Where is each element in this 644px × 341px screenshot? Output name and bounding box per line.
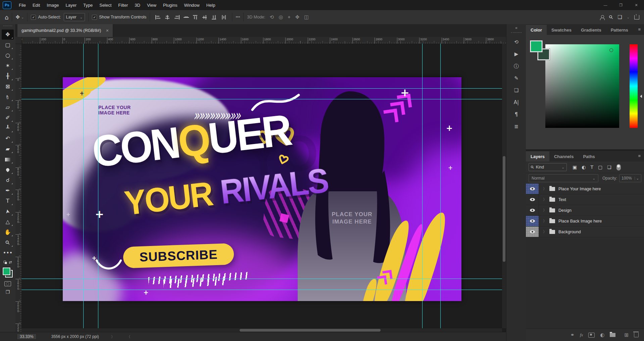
align-middle-icon[interactable]	[202, 15, 208, 19]
minimize-icon[interactable]: —	[598, 0, 613, 10]
menu-file[interactable]: File	[15, 3, 29, 8]
lasso-tool[interactable]: ○	[2, 50, 14, 60]
filter-shape-icon[interactable]: ▢	[598, 164, 602, 170]
tab-layers[interactable]: Layers	[526, 151, 549, 161]
expand-group-icon[interactable]: 〉	[543, 186, 547, 191]
layer-comps-icon[interactable]: ❏	[510, 85, 523, 95]
align-bottom-icon[interactable]	[212, 15, 217, 19]
layer-name[interactable]: Place Your Image here	[558, 187, 601, 191]
distribute-icon[interactable]	[221, 15, 227, 19]
collapse-panels-icon[interactable]: «	[506, 24, 526, 30]
pen-tool[interactable]: ✒	[2, 186, 14, 196]
expand-group-icon[interactable]: 〉	[543, 229, 547, 234]
workspace-icon[interactable]: ❏	[617, 14, 622, 20]
align-left-icon[interactable]	[155, 15, 161, 19]
move-tool-preset-icon[interactable]: ✥	[15, 14, 20, 20]
align-right-icon[interactable]	[174, 15, 180, 19]
frame-tool[interactable]: ⊠	[2, 82, 14, 92]
opacity-field[interactable]: 100% ⌄	[619, 174, 641, 182]
delete-layer-icon[interactable]	[634, 333, 639, 337]
crop-tool[interactable]: ╂	[2, 71, 14, 81]
align-center-h-icon[interactable]	[165, 15, 170, 19]
orbit-3d-icon[interactable]: ⟲	[270, 14, 274, 20]
layer-row[interactable]: 〉Design	[526, 205, 644, 216]
layer-row[interactable]: 〉Place Back Image here	[526, 216, 644, 227]
visibility-cell[interactable]	[526, 184, 539, 194]
status-chevron-icon[interactable]: 〉	[111, 334, 115, 339]
type-tool[interactable]: T	[2, 196, 14, 206]
brush-tool[interactable]: ✐	[2, 113, 14, 123]
layer-name[interactable]: Place Back Image here	[558, 219, 602, 224]
tab-color[interactable]: Color	[526, 25, 547, 35]
foreground-color-swatch[interactable]	[3, 267, 10, 275]
expand-group-icon[interactable]: 〉	[543, 218, 547, 224]
panel-menu-icon[interactable]: ≡	[638, 153, 641, 158]
guide-vertical[interactable]	[83, 44, 84, 328]
eyedropper-tool[interactable]: ✑	[2, 92, 14, 102]
chevron-down-icon[interactable]: ⌄	[21, 15, 24, 19]
layer-name[interactable]: Background	[558, 230, 581, 234]
move-tool[interactable]: ✥	[2, 30, 14, 40]
tab-channels[interactable]: Channels	[549, 151, 579, 161]
eye-icon[interactable]	[530, 209, 535, 212]
expand-group-icon[interactable]: 〉	[543, 197, 547, 202]
search-icon[interactable]: ⚲	[607, 14, 614, 21]
hand-tool[interactable]: ✋	[2, 227, 14, 237]
new-layer-icon[interactable]: ⊞	[624, 332, 629, 338]
guide-horizontal[interactable]	[21, 99, 502, 99]
path-select-tool[interactable]: ➤	[2, 206, 14, 216]
home-icon[interactable]: ⌂	[5, 14, 8, 21]
guide-horizontal[interactable]	[21, 279, 502, 279]
chevron-down-icon[interactable]: ⌄	[627, 15, 630, 19]
more-options-icon[interactable]: •••	[236, 15, 240, 19]
tab-swatches[interactable]: Swatches	[547, 25, 576, 35]
layer-row[interactable]: 〉Place Your Image here	[526, 184, 644, 194]
menu-plugins[interactable]: Plugins	[160, 3, 181, 8]
default-colors-icon[interactable]	[4, 261, 7, 264]
layer-row[interactable]: 〉Background	[526, 227, 644, 237]
slide-3d-icon[interactable]: ✥	[295, 14, 300, 20]
show-transform-checkbox[interactable]: ✓	[92, 15, 97, 20]
share-icon[interactable]	[634, 15, 639, 19]
quick-mask-icon[interactable]	[4, 281, 11, 286]
kind-filter-dropdown[interactable]: ⚲ Kind ⌄	[529, 163, 567, 171]
dock-grip[interactable]	[511, 32, 522, 35]
layer-row[interactable]: 〉Text	[526, 194, 644, 205]
align-strip-icon[interactable]	[184, 15, 189, 19]
filter-smart-object-icon[interactable]: ❏	[607, 164, 611, 170]
menu-select[interactable]: Select	[96, 3, 115, 8]
layer-name[interactable]: Design	[558, 208, 572, 213]
guide-vertical[interactable]	[440, 44, 441, 328]
close-tab-icon[interactable]: ✕	[106, 29, 109, 33]
gradient-tool[interactable]	[2, 154, 14, 164]
screen-mode-icon[interactable]: ❐	[0, 289, 15, 295]
menu-image[interactable]: Image	[43, 3, 62, 8]
camera-3d-icon[interactable]: ◫	[304, 14, 309, 20]
document-tab[interactable]: gamingthumbnail2.psd @ 33.3% (RGB/8#) ✕	[17, 24, 113, 37]
visibility-cell[interactable]	[526, 227, 539, 237]
eye-icon[interactable]	[530, 198, 535, 201]
properties-icon[interactable]: ≣	[510, 121, 523, 132]
magic-wand-tool[interactable]: ✶	[2, 61, 14, 71]
drag-3d-icon[interactable]: ⌖	[288, 14, 290, 20]
status-chevron-icon[interactable]: 〈	[127, 334, 131, 339]
expand-group-icon[interactable]: 〉	[543, 208, 547, 213]
menu-view[interactable]: View	[144, 3, 160, 8]
link-icon[interactable]: ⚭	[570, 332, 575, 338]
menu-filter[interactable]: Filter	[115, 3, 131, 8]
menu-edit[interactable]: Edit	[29, 3, 43, 8]
visibility-cell[interactable]	[526, 194, 539, 205]
guide-vertical[interactable]	[422, 44, 423, 328]
swap-colors-icon[interactable]: ⇄	[9, 260, 12, 264]
hue-slider[interactable]	[630, 44, 638, 128]
menu-layer[interactable]: Layer	[62, 3, 80, 8]
annotate-icon[interactable]: ✎	[510, 73, 523, 83]
fx-icon[interactable]: fx	[580, 332, 583, 338]
eraser-tool[interactable]: ▰	[2, 144, 14, 154]
foreground-color-swatch[interactable]	[530, 40, 543, 52]
zoom-tool[interactable]: ⚲	[2, 238, 14, 248]
filter-adjustment-icon[interactable]: ◐	[582, 164, 586, 170]
marquee-tool[interactable]: ▢	[2, 40, 14, 50]
new-adjustment-icon[interactable]: ◐	[600, 332, 604, 338]
saturation-brightness-field[interactable]	[545, 44, 619, 128]
